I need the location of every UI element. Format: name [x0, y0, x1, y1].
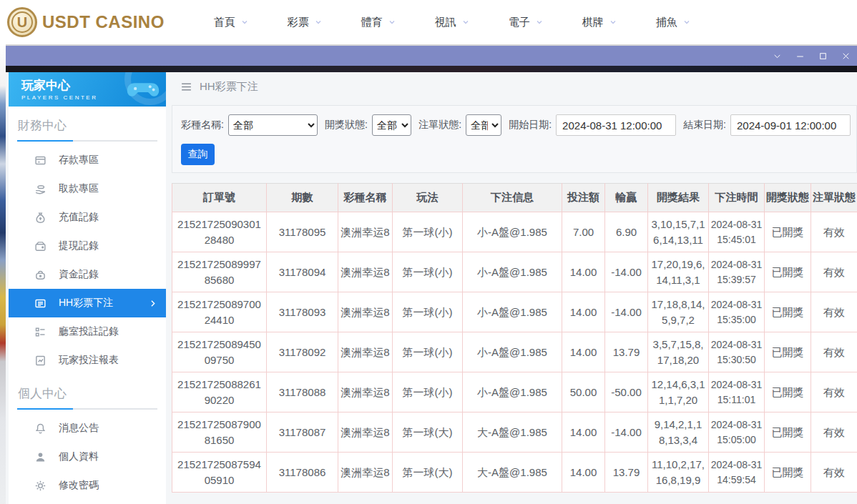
column-header: 彩種名稱: [338, 184, 393, 212]
sidebar-item-room-bet-record[interactable]: 廳室投註記錄: [9, 317, 166, 346]
column-header: 注單狀態: [811, 184, 857, 212]
cell-order-id: 2152172508945009750: [172, 332, 267, 372]
nav-item-label: 體育: [361, 16, 383, 29]
start-date-label: 開始日期:: [509, 119, 552, 132]
bell-icon: [34, 423, 46, 435]
draw-status-select[interactable]: 全部: [372, 114, 411, 136]
lottery-select[interactable]: 全部: [228, 114, 318, 136]
section-title-personal: 個人中心: [9, 375, 166, 408]
nav-item[interactable]: 捕魚: [637, 16, 710, 29]
sidebar-item-funds-record[interactable]: 資金記錄: [9, 260, 166, 289]
section-rule: [17, 408, 157, 410]
chevron-down-icon: [388, 18, 396, 26]
sidebar-item-label: 資金記錄: [59, 268, 99, 281]
close-button[interactable]: [834, 46, 857, 66]
start-date-input[interactable]: [556, 114, 676, 136]
minimize-button[interactable]: [788, 46, 811, 66]
cell-order-id: 2152172508759405910: [172, 453, 267, 493]
sidebar-header: 玩家中心 PLAYERS CENTER: [9, 72, 166, 107]
cell-period: 31178092: [267, 332, 338, 372]
table-row: 2152172508945009750 31178092 澳洲幸运8 第一球(小…: [172, 332, 857, 372]
bets-table: 訂單號期數彩種名稱玩法下注信息投注額輸贏開獎結果下注時間開獎狀態注單狀態 215…: [172, 183, 857, 493]
column-header: 訂單號: [172, 184, 267, 212]
nav-item[interactable]: 體育: [342, 16, 416, 29]
cell-lottery: 澳洲幸运8: [338, 212, 393, 252]
gamepad-icon: [124, 74, 162, 104]
window-menu-button[interactable]: [765, 46, 788, 66]
sidebar-item-label: 修改密碼: [59, 479, 99, 492]
cell-lottery: 澳洲幸运8: [338, 292, 393, 332]
nav-item[interactable]: 視訊: [416, 16, 489, 29]
cell-draw-status: 已開獎: [765, 412, 811, 453]
purse-icon: [34, 269, 46, 281]
sidebar-item-withdraw[interactable]: 取款專區: [9, 174, 166, 203]
cell-order-status: 有效: [811, 372, 857, 412]
cell-order-status: 有效: [811, 292, 857, 332]
cell-draw-status: 已開獎: [765, 332, 811, 372]
cell-amount: 14.00: [562, 453, 605, 493]
sidebar-item-label: HH彩票下注: [59, 297, 113, 310]
cell-win-loss: -14.00: [605, 292, 648, 332]
cell-order-id: 2152172508790081650: [172, 412, 267, 453]
cell-order-id: 2152172509030128480: [172, 212, 267, 252]
sidebar-item-label: 存款專區: [59, 154, 99, 167]
order-status-select[interactable]: 全部: [466, 114, 501, 136]
nav-item[interactable]: 電子: [489, 16, 563, 29]
table-row: 2152172509030128480 31178095 澳洲幸运8 第一球(小…: [172, 212, 857, 252]
nav-item[interactable]: 棋牌: [563, 16, 637, 29]
cell-bet-info: 小-A盤@1.985: [463, 372, 562, 412]
search-button[interactable]: 查詢: [181, 144, 215, 165]
sidebar-item-recharge-record[interactable]: 充值記錄: [9, 203, 166, 232]
nav-item-label: 彩票: [288, 16, 309, 29]
cell-period: 31178087: [267, 412, 338, 453]
cell-bet-info: 大-A盤@1.985: [463, 453, 562, 493]
draw-status-filter-label: 開獎狀態:: [325, 119, 368, 132]
table-row: 2152172508826190220 31178088 澳洲幸运8 第一球(小…: [172, 372, 857, 412]
page-header: HH彩票下注: [172, 72, 857, 101]
close-icon: [841, 51, 851, 61]
filter-row: 彩種名稱: 全部 開獎狀態: 全部 注單狀態: 全部 開始日期: 結束日期:: [181, 114, 851, 136]
sidebar-item-announcements[interactable]: 消息公告: [9, 414, 166, 443]
end-date-input[interactable]: [730, 114, 851, 136]
cell-lottery: 澳洲幸运8: [338, 332, 393, 372]
cell-time: 2024-08-31 15:35:00: [709, 292, 765, 332]
cell-amount: 50.00: [562, 372, 605, 412]
gear-icon: [34, 480, 46, 492]
cell-amount: 7.00: [562, 212, 605, 252]
page-title: HH彩票下注: [200, 80, 258, 94]
cell-result: 12,14,6,3,11,1,7,20: [648, 372, 709, 412]
cell-result: 3,10,15,7,16,14,13,11: [648, 212, 709, 252]
cell-period: 31178094: [267, 252, 338, 292]
cell-win-loss: -14.00: [605, 252, 648, 292]
cell-win-loss: 13.79: [605, 332, 648, 372]
report-icon: [34, 355, 46, 367]
bet-list-icon: [34, 297, 46, 310]
sidebar-item-deposit[interactable]: 存款專區: [9, 146, 166, 174]
cell-draw-status: 已開獎: [765, 372, 811, 412]
maximize-button[interactable]: [811, 46, 834, 66]
sidebar-item-label: 玩家投注報表: [59, 354, 119, 367]
nav-item[interactable]: 彩票: [268, 16, 342, 29]
hamburger-icon[interactable]: [180, 81, 192, 93]
cell-play: 第一球(大): [393, 412, 463, 453]
nav-item-label: 首頁: [214, 16, 235, 29]
nav-item[interactable]: 首頁: [195, 16, 268, 29]
background-page-strip: [0, 44, 6, 504]
window-titlebar: [6, 46, 857, 66]
nav-item-label: 電子: [509, 16, 530, 29]
cell-time: 2024-08-31 15:39:57: [709, 252, 765, 292]
sidebar-item-lottery-bets[interactable]: HH彩票下注: [9, 289, 166, 317]
sidebar-item-withdrawal-record[interactable]: 提現記錄: [9, 232, 166, 260]
sidebar-item-profile[interactable]: 個人資料: [9, 443, 166, 471]
cell-bet-info: 小-A盤@1.985: [463, 252, 562, 292]
site-logo[interactable]: U USDT CASINO: [7, 7, 165, 37]
cell-play: 第一球(小): [393, 212, 463, 252]
column-header: 玩法: [393, 184, 463, 212]
sidebar-item-change-password[interactable]: 修改密碼: [9, 471, 166, 500]
sidebar-item-player-report[interactable]: 玩家投注報表: [9, 346, 166, 375]
cell-amount: 14.00: [562, 292, 605, 332]
section-rule: [17, 140, 157, 142]
cell-time: 2024-08-31 14:59:54: [709, 453, 765, 493]
cell-play: 第一球(小): [393, 332, 463, 372]
cell-time: 2024-08-31 15:30:50: [709, 332, 765, 372]
